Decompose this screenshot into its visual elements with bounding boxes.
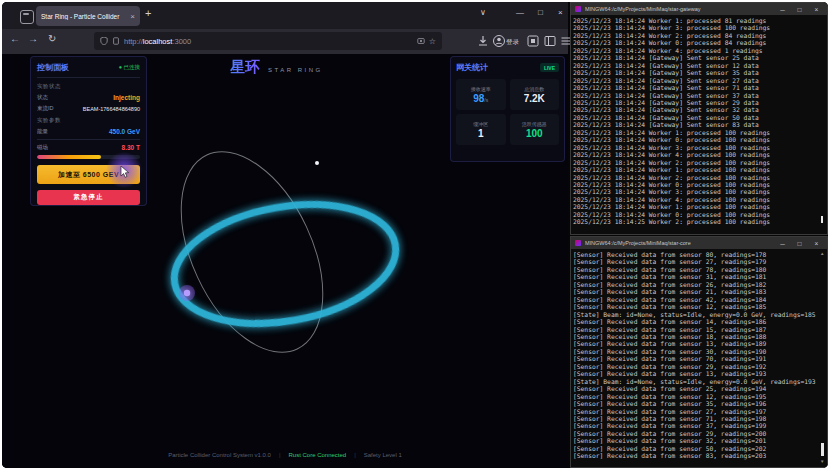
url-text: http://localhost:3000 xyxy=(124,37,191,46)
sidebar-icon[interactable] xyxy=(543,34,557,48)
terminal-log-line: 2025/12/23 18:14:24 Worker 0: processed … xyxy=(573,136,825,143)
terminal-icon xyxy=(575,6,581,12)
emergency-stop-button[interactable]: 紧急停止 xyxy=(37,190,140,205)
screenshot-icon[interactable] xyxy=(417,37,425,45)
browser-navbar: ← → ↻ http://localhost:3000 ☆ 登录 xyxy=(2,29,568,55)
account-icon[interactable] xyxy=(492,34,506,48)
browser-tab[interactable]: Star Ring - Particle Collider × xyxy=(36,6,140,26)
terminal-log-line: [Sensor] Received data from sensor 12, r… xyxy=(573,393,825,400)
terminal-minimize-button[interactable]: ─ xyxy=(776,6,789,13)
terminal-log-line: [Sensor] Received data from sensor 27, r… xyxy=(573,408,825,415)
terminal-log-line: 2025/12/23 18:14:24 Worker 4: processed … xyxy=(573,47,825,54)
stats-grid: 接收速率 98/s 总消息数 7.2K 缓冲区 1 活跃传感器 100 xyxy=(456,79,559,145)
forward-button[interactable]: → xyxy=(28,33,38,44)
terminal-log-line: 2025/12/23 18:14:24 [Gateway] Sent senso… xyxy=(573,84,825,91)
params-section-label: 实验参数 xyxy=(37,117,140,124)
particle-dot xyxy=(184,290,190,296)
terminal-log-line: [Sensor] Received data from sensor 83, r… xyxy=(573,452,825,459)
downloads-icon[interactable] xyxy=(476,34,490,48)
app-title-en: STAR RING xyxy=(268,67,323,73)
accelerator-ring xyxy=(165,188,405,339)
terminal-icon xyxy=(575,240,581,246)
terminal-log-line: [Sensor] Received data from sensor 12, r… xyxy=(573,303,825,310)
terminal-log-line: 2025/12/23 18:14:24 Worker 1: processed … xyxy=(573,166,825,173)
back-button[interactable]: ← xyxy=(10,33,20,44)
terminal-log-line: 2025/12/23 18:14:24 Worker 3: processed … xyxy=(573,188,825,195)
terminal-log-line: [Sensor] Received data from sensor 26, r… xyxy=(573,281,825,288)
terminal-log-line: [Sensor] Received data from sensor 25, r… xyxy=(573,385,825,392)
terminal-log-line: [Sensor] Received data from sensor 70, r… xyxy=(573,355,825,362)
mouse-cursor-icon xyxy=(120,166,130,178)
terminal-close-button[interactable]: × xyxy=(810,240,823,247)
window-maximize-button[interactable]: □ xyxy=(538,8,543,17)
extensions-icon[interactable] xyxy=(526,34,540,48)
bookmark-star-icon[interactable]: ☆ xyxy=(429,37,436,46)
terminal-log-line: 2025/12/23 18:14:24 Worker 1: processed … xyxy=(573,17,825,24)
terminal-log-line: 2025/12/23 18:14:24 [Gateway] Sent senso… xyxy=(573,121,825,128)
page-info-icon[interactable] xyxy=(112,37,120,45)
terminal-minimize-button[interactable]: ─ xyxy=(776,240,789,247)
terminal-log-line: [Sensor] Received data from sensor 35, r… xyxy=(573,400,825,407)
stat-total-messages: 总消息数 7.2K xyxy=(510,79,560,110)
energy-value: 450.0 GeV xyxy=(109,128,140,135)
signin-label[interactable]: 登录 xyxy=(506,38,519,47)
terminal-core-titlebar[interactable]: MINGW64:/c/MyProjects/MiniMaq/star-core … xyxy=(571,237,827,249)
terminal-close-button[interactable]: × xyxy=(810,6,823,13)
terminal-log-line: [Sensor] Received data from sensor 42, r… xyxy=(573,296,825,303)
terminal-log-line: 2025/12/23 18:14:25 Worker 2: processed … xyxy=(573,218,825,225)
terminal-log-line: 2025/12/23 18:14:24 [Gateway] Sent senso… xyxy=(573,114,825,121)
terminal-log-line: 2025/12/23 18:14:24 Worker 1: processed … xyxy=(573,129,825,136)
terminal-gateway-titlebar[interactable]: MINGW64:/c/MyProjects/MiniMaq/star-gatew… xyxy=(571,3,827,15)
stat-buffer: 缓冲区 1 xyxy=(456,114,506,145)
terminal-log-line: [Sensor] Received data from sensor 21, r… xyxy=(573,288,825,295)
terminal-log-line: [Sensor] Received data from sensor 13, r… xyxy=(573,370,825,377)
new-tab-button[interactable]: + xyxy=(145,7,151,19)
scrollbar-up-icon[interactable]: ▲ xyxy=(820,251,824,256)
terminal-log-line: 2025/12/23 18:14:24 [Gateway] Sent senso… xyxy=(573,77,825,84)
terminal-log-line: 2025/12/23 18:14:24 [Gateway] Sent senso… xyxy=(573,99,825,106)
shield-icon[interactable] xyxy=(100,37,108,45)
terminal-log-line: [Sensor] Received data from sensor 37, r… xyxy=(573,422,825,429)
control-panel-title: 控制面板 xyxy=(37,62,69,73)
reload-button[interactable]: ↻ xyxy=(48,33,56,44)
energy-row: 能量 450.0 GeV xyxy=(37,128,140,140)
terminal-core-output: [Sensor] Received data from sensor 80, r… xyxy=(571,249,827,467)
stat-active-sensors: 活跃传感器 100 xyxy=(510,114,560,145)
field-progress-fill xyxy=(37,155,101,159)
window-minimize-button[interactable]: — xyxy=(516,8,524,17)
terminal-log-line: 2025/12/23 18:14:24 [Gateway] Sent senso… xyxy=(573,54,825,61)
terminal-log-line: 2025/12/23 18:14:24 [Gateway] Sent senso… xyxy=(573,106,825,113)
terminal-log-line: 2025/12/23 18:14:24 Worker 2: processed … xyxy=(573,174,825,181)
tabs-menu-icon[interactable]: ∨ xyxy=(480,8,486,17)
footer-system-version: Particle Collider Control System v1.0.0 xyxy=(168,452,271,458)
terminal-maximize-button[interactable]: □ xyxy=(793,240,806,247)
status-section-label: 实验状态 xyxy=(37,83,140,90)
terminal-log-line: 2025/12/23 18:14:24 Worker 4: processed … xyxy=(573,196,825,203)
firefox-view-icon[interactable] xyxy=(20,10,34,24)
terminal-log-line: 2025/12/23 18:14:24 [Gateway] Sent senso… xyxy=(573,62,825,69)
terminal-log-line: 2025/12/23 18:14:24 Worker 4: processed … xyxy=(573,151,825,158)
scrollbar-down-icon[interactable]: ▼ xyxy=(820,459,824,464)
terminal-log-line: 2025/12/23 18:14:24 Worker 0: processed … xyxy=(573,181,825,188)
terminal-log-line: [Sensor] Received data from sensor 13, r… xyxy=(573,340,825,347)
status-row: 状态 Injecting xyxy=(37,94,140,101)
terminal-log-line: [Sensor] Received data from sensor 27, r… xyxy=(573,258,825,265)
terminal-cursor xyxy=(821,216,823,223)
terminal-log-line: [Sensor] Received data from sensor 32, r… xyxy=(573,437,825,444)
star-ring-page: 星环 STAR RING 控制面板 ● 已连接 实验状态 状态 Injectin… xyxy=(2,54,568,468)
terminal-gateway-title: MINGW64:/c/MyProjects/MiniMaq/star-gatew… xyxy=(585,6,772,12)
window-close-button[interactable]: × xyxy=(558,8,563,17)
terminal-maximize-button[interactable]: □ xyxy=(793,6,806,13)
terminal-log-line: [Sensor] Received data from sensor 78, r… xyxy=(573,266,825,273)
terminal-cursor xyxy=(821,443,824,456)
address-bar[interactable]: http://localhost:3000 ☆ xyxy=(94,32,442,50)
terminal-log-line: [Sensor] Received data from sensor 14, r… xyxy=(573,318,825,325)
connection-status-badge: ● 已连接 xyxy=(119,64,140,71)
terminal-log-line: 2025/12/23 18:14:24 Worker 1: processed … xyxy=(573,203,825,210)
gateway-stats-title: 网关统计 xyxy=(456,62,488,73)
field-value: 8.30 T xyxy=(122,144,140,151)
terminal-log-line: [Sensor] Received data from sensor 31, r… xyxy=(573,273,825,280)
browser-tabstrip: Star Ring - Particle Collider × + ∨ — □ … xyxy=(2,2,568,29)
terminal-log-line: 2025/12/23 18:14:24 [Gateway] Sent senso… xyxy=(573,92,825,99)
tab-close-icon[interactable]: × xyxy=(130,12,135,21)
